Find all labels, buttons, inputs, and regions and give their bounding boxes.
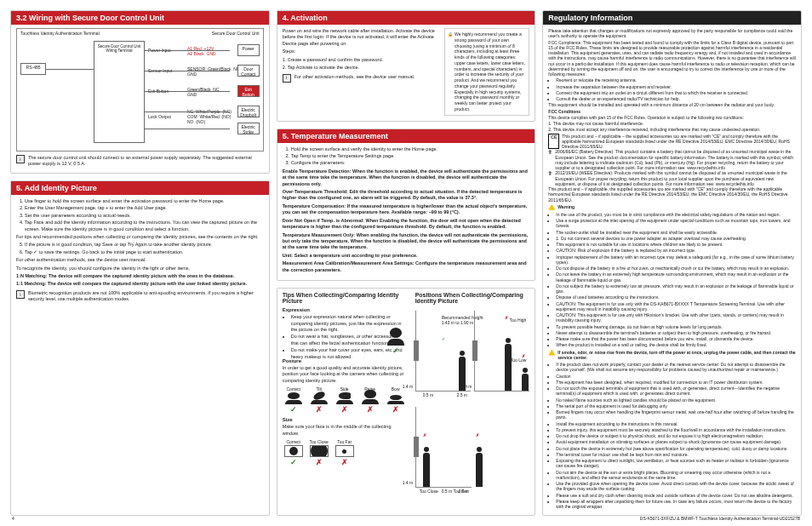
expression-face-icon: ✓ (385, 328, 407, 355)
dist-label: 0.5 m (442, 489, 453, 494)
reg-para: If the product does not work properly, c… (556, 362, 796, 373)
face-size-far: Too Far ✗ (334, 439, 356, 466)
activation-body: Power on and wire the network cable afte… (283, 28, 439, 116)
temp-param: Unit: Select a temperature unit accordin… (283, 253, 418, 258)
row-sensor-right: Door Contact (237, 65, 260, 77)
reg-para: Improper replacement of the battery with… (556, 254, 796, 266)
activation-note: For other activation methods, see the de… (294, 74, 415, 83)
tips-right-title: Positions When Collecting/Comparing Iden… (415, 292, 530, 304)
cross-icon: ✗ (522, 353, 525, 358)
row-exit-right: Exit Button (237, 85, 260, 97)
wiring-top-left: Touchless Identity Authentication Termin… (20, 31, 100, 36)
temp-item: Configure the parameters: (291, 160, 530, 166)
reg-para: Do not touch the exposed terminals of eq… (556, 386, 796, 397)
warning-icon (548, 204, 555, 210)
reg-para: Connect the equipment into an outlet on … (556, 90, 796, 95)
cross-icon: ✗ (476, 432, 479, 437)
activation-sidenote-text: We highly recommend you create a strong … (455, 31, 526, 112)
posture-faces: Correct ✓ Tilt ✗ Side ✗ (283, 386, 407, 414)
reg-para: Consult the dealer or an experienced rad… (556, 96, 796, 101)
weee-icon: 🗑 (548, 170, 552, 186)
wiring-top-right: Secure Door Control Unit (212, 31, 260, 36)
reg-para: No naked flame sources such as lighted c… (556, 397, 796, 403)
reg-para: 1. This device may not cause harmful int… (548, 121, 796, 126)
reg-para: In the use of the product, you must be i… (556, 212, 796, 217)
expression-heading: Expression (283, 307, 407, 312)
wiring-diagram: Touchless Identity Authentication Termin… (16, 28, 264, 152)
reg-para: This equipment is not suitable for use i… (556, 242, 796, 247)
identity-step: If the picture is in good condition, tap… (25, 242, 264, 248)
reg-para: This equipment should be installed and o… (548, 102, 796, 107)
identity-matching-11: 1:1 Matching: The device will compare th… (16, 281, 247, 286)
temp-param: Enable Temperature Detection: When the f… (283, 169, 528, 186)
wiring-panel: 3.2 Wiring with Secure Door Control Unit… (10, 10, 270, 174)
temp-item: Hold the screen surface and verify the i… (291, 146, 530, 152)
identity-step: For other authentication methods, see th… (16, 257, 264, 263)
reg-para: Do not leave the battery in an extremely… (556, 272, 796, 283)
reg-para: Dispose of used batteries according to t… (556, 294, 796, 300)
face-size-close: Too Close ✗ (308, 439, 330, 466)
reg-para: The serial port of the equipment is used… (556, 403, 796, 409)
reg-para: Caution (556, 374, 796, 379)
cross-icon: ✗ (505, 315, 508, 320)
reg-para: To prevent possible hearing damage, do n… (556, 324, 796, 329)
row-exit-wires: Green/Black NC GND (187, 87, 220, 97)
check-icon: ✓ (442, 336, 445, 341)
too-high-label: Too High (510, 317, 527, 323)
wiring-note-text: The secure door control unit should conn… (28, 155, 264, 168)
row-lock-lbl: Lock Output (148, 114, 171, 119)
center-box: Secure Door Control Unit Wiring Terminal (94, 41, 145, 143)
reg-para: Please keep all wrappers after unpacking… (556, 499, 796, 510)
reg-para: Do not drop the device or subject it to … (556, 433, 796, 438)
cross-icon: ✗ (392, 405, 400, 414)
identity-step: Enter the User Management page, tap + to… (25, 205, 264, 211)
wiring-title: 3.2 Wiring with Secure Door Control Unit (11, 11, 269, 25)
row-power-right: Power (237, 44, 260, 56)
temp-param: Door Not Open if Temp. is Abnormal: When… (283, 218, 521, 229)
battery-icon: 🗑 (548, 149, 552, 170)
check-icon: ✓ (289, 405, 298, 414)
temperature-body: Hold the screen surface and verify the i… (283, 146, 530, 274)
cross-icon: ✗ (315, 458, 323, 466)
identity-step: For tips and recommended positions when … (16, 234, 264, 240)
face-size-correct: Correct ✓ (283, 439, 305, 466)
activation-panel: 4. Activation Power on and wire the netw… (277, 10, 536, 122)
temp-param: Temperature Measurement Only: When enabl… (283, 232, 529, 250)
reg-para: 2. This device must accept any interfere… (548, 127, 796, 132)
reg-para: FCC Compliance: This equipment has been … (548, 40, 796, 77)
footer-doc-id: DS-K5671-3XF/ZU & BMWF-T Touchless Ident… (640, 516, 800, 521)
reg-para: Reorient or relocate the receiving anten… (556, 77, 796, 83)
reg-para: Please make sure that the power has been… (556, 336, 796, 341)
cross-icon: ✗ (340, 405, 349, 414)
dist-label: 2.5 m (456, 392, 467, 397)
face-bow: Bow ✗ (385, 386, 407, 414)
posture-text: In order to get a good quality and accur… (283, 365, 407, 384)
reg-para: Do not place the device in extremely hot… (556, 446, 796, 451)
reg-para: CAUTION: This equipment is for use only … (556, 312, 796, 323)
tips-right: Positions When Collecting/Comparing Iden… (415, 292, 530, 488)
cross-icon: ✗ (340, 458, 349, 466)
identity-step: Use finger to hold the screen surface an… (25, 198, 264, 204)
check-icon: ✓ (289, 458, 298, 466)
temp-param: Temperature Compensation: If the measure… (283, 203, 528, 214)
temp-param: Measurement Area Calibration/Measurement… (283, 260, 527, 272)
reg-warning-h: Warning (558, 204, 575, 210)
height-label: 1.4 m (461, 384, 472, 389)
temperature-title: 5. Temperature Measurement (277, 129, 535, 143)
reg-para: Use the provided glove when opening the … (556, 481, 796, 492)
lock-icon: 🔒 (448, 31, 453, 112)
reg-para: Do not dispose of the battery in a fire … (556, 266, 796, 271)
identity-panel: 5. Add Identity Picture Use finger to ho… (10, 180, 270, 516)
reg-para: 2012/19/EU (WEEE Directive): Products ma… (555, 170, 796, 186)
cross-icon: ✗ (315, 405, 323, 414)
tips-panel: Tips When Collecting/Comparing Identity … (277, 288, 536, 516)
temperature-panel: 5. Temperature Measurement Hold the scre… (277, 129, 536, 282)
reg-para: The socket-outlet shall be installed nea… (556, 230, 796, 235)
reg-para: Please take attention that changes or mo… (548, 28, 796, 39)
row-lock-right-b: Electric Strike (237, 123, 260, 134)
face-tilt: Tilt ✗ (308, 386, 330, 414)
reg-para: Burned fingers may occur when handling t… (556, 409, 796, 420)
reg-fcc-cond: FCC Conditions (548, 109, 580, 114)
regulatory-body: Please take attention that changes or mo… (548, 28, 796, 509)
note-icon: i (283, 74, 291, 83)
